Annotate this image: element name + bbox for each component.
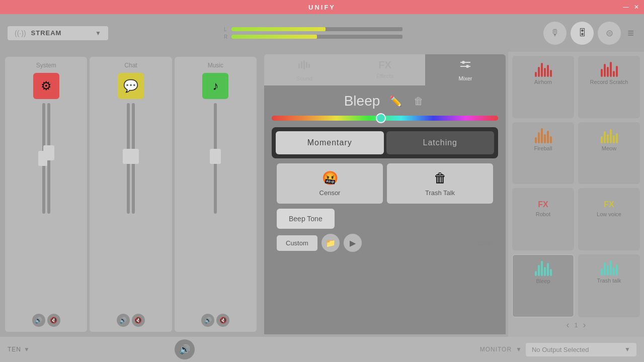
topbar: ((·)) STREAM ▼ L R 🎙 🎛: [0, 14, 644, 52]
mixer-button[interactable]: 🎛: [571, 22, 594, 45]
wave-bar: [535, 271, 537, 276]
momentary-button[interactable]: Momentary: [276, 131, 384, 154]
sound-option-trash-talk[interactable]: 🗑 Trash Talk: [387, 163, 493, 204]
solo-system-button[interactable]: 🔇: [47, 314, 60, 327]
vu-label-r: R: [224, 34, 229, 40]
bottombar: TEN ▼ 🔊 MONITOR ▼ No Output Selected ▼: [0, 337, 644, 362]
sound-card-airhorn[interactable]: Airhorn: [512, 56, 574, 118]
fx-text-low-voice: FX: [604, 200, 614, 209]
output-label: No Output Selected: [532, 346, 619, 353]
channel-system-icon[interactable]: ⚙: [33, 73, 59, 99]
vu-row-left: L: [224, 27, 538, 32]
content: System ⚙ 🔊 🔇 Chat 💬: [0, 52, 644, 337]
stream-selector[interactable]: ((·)) STREAM ▼: [8, 26, 108, 40]
sound-card-low-voice[interactable]: FX Low voice: [578, 188, 640, 250]
listen-label: TEN: [8, 346, 21, 353]
main-area: ((·)) STREAM ▼ L R 🎙 🎛: [0, 14, 644, 362]
monitor-dropdown-arrow: ▼: [516, 346, 522, 353]
broadcast-icon: ((·)): [15, 29, 26, 37]
vu-bar-bg-l: [231, 27, 403, 31]
eq-button[interactable]: ⊜: [598, 22, 621, 45]
channel-system-label: System: [36, 62, 56, 69]
wave-bar: [550, 136, 552, 143]
bleep-waveform: [535, 260, 552, 276]
edit-bleep-button[interactable]: ✏️: [387, 93, 404, 109]
volume-icon: 🔊: [179, 344, 190, 355]
wave-bar: [535, 137, 537, 143]
custom-button[interactable]: Custom: [277, 235, 317, 251]
pager-prev-button[interactable]: ‹: [566, 320, 569, 330]
wave-bar: [604, 64, 606, 77]
color-slider-thumb[interactable]: [376, 113, 386, 123]
sound-card-robot[interactable]: FX Robot: [512, 188, 574, 250]
sound-card-bleep[interactable]: Bleep: [512, 254, 574, 318]
low-voice-waveform: FX: [604, 193, 614, 209]
mute-system-button[interactable]: 🔊: [32, 314, 45, 327]
tab-effects-label: Effects: [376, 73, 393, 79]
mic-button[interactable]: 🎙: [543, 22, 567, 45]
bleep-card-label: Bleep: [536, 278, 550, 284]
tab-mixer-label: Mixer: [459, 75, 472, 81]
folder-button[interactable]: 📁: [321, 234, 340, 252]
wave-bar: [547, 65, 549, 77]
tab-sound[interactable]: Sound: [264, 54, 345, 85]
minimize-button[interactable]: —: [623, 4, 629, 11]
clear-button[interactable]: Clear: [477, 239, 493, 247]
fader-knob-music[interactable]: [210, 149, 221, 164]
titlebar: UNIFY — ✕: [0, 0, 644, 14]
latching-button[interactable]: Latching: [386, 131, 495, 154]
output-dropdown-arrow: ▼: [624, 346, 630, 353]
wave-bar: [604, 262, 606, 276]
censor-label: Censor: [319, 189, 341, 197]
tab-mixer[interactable]: Mixer: [425, 54, 506, 85]
wave-bar: [544, 68, 546, 77]
play-button[interactable]: ▶: [344, 234, 362, 252]
volume-button[interactable]: 🔊: [175, 339, 195, 359]
pager-next-button[interactable]: ›: [583, 320, 586, 330]
wave-bar: [538, 265, 540, 276]
channel-chat-icon[interactable]: 💬: [118, 73, 144, 99]
svg-rect-4: [308, 64, 310, 68]
robot-label: Robot: [536, 211, 550, 217]
beep-tone-button[interactable]: Beep Tone: [277, 209, 335, 229]
mute-music-button[interactable]: 🔊: [201, 314, 214, 327]
wave-bar: [613, 71, 615, 77]
trash-talk-label: Trash Talk: [425, 189, 455, 197]
sound-card-meow[interactable]: Meow: [578, 122, 640, 185]
solo-music-button[interactable]: 🔇: [216, 314, 229, 327]
wave-bar: [550, 70, 552, 77]
wave-bar: [616, 264, 618, 276]
color-slider[interactable]: [272, 114, 498, 122]
sound-option-censor[interactable]: 🤬 Censor: [277, 163, 383, 204]
delete-bleep-button[interactable]: 🗑: [412, 94, 426, 109]
channel-chat: Chat 💬 🔊 🔇: [90, 57, 172, 332]
sounds-sidebar: Airhorn Record Scratch: [508, 52, 644, 337]
channel-music-icon[interactable]: ♪: [202, 73, 228, 99]
menu-button[interactable]: ≡: [625, 24, 636, 42]
svg-rect-0: [298, 63, 300, 68]
mute-chat-button[interactable]: 🔊: [117, 314, 130, 327]
play-icon: ▶: [350, 238, 356, 248]
wave-bar: [616, 66, 618, 77]
fader-knob-system-r[interactable]: [43, 145, 54, 160]
fader-knob-chat-r[interactable]: [128, 149, 139, 164]
effects-tab-icon: FX: [378, 59, 391, 71]
vu-bar-fill-r: [231, 35, 317, 39]
tab-effects[interactable]: FX Effects: [345, 54, 425, 85]
wave-bar: [607, 67, 609, 77]
svg-point-8: [466, 65, 469, 68]
fader-track-system-r: [47, 103, 50, 214]
channel-chat-label: Chat: [124, 62, 137, 69]
window-controls: — ✕: [623, 4, 639, 11]
channel-music-label: Music: [208, 62, 223, 69]
sound-card-record-scratch[interactable]: Record Scratch: [578, 56, 640, 118]
output-selector[interactable]: No Output Selected ▼: [526, 343, 636, 356]
close-button[interactable]: ✕: [634, 4, 639, 11]
sound-card-fireball[interactable]: Fireball: [512, 122, 574, 185]
solo-chat-button[interactable]: 🔇: [132, 314, 145, 327]
sound-card-trash-talk[interactable]: Trash talk: [578, 254, 640, 318]
airhorn-waveform: [535, 61, 552, 77]
listen-selector[interactable]: TEN ▼: [8, 346, 30, 353]
app-title: UNIFY: [308, 4, 336, 11]
wave-bar: [613, 135, 615, 143]
